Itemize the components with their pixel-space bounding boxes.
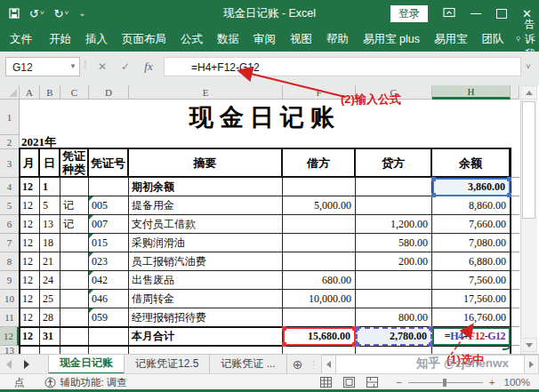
cell-A11[interactable]: 12 xyxy=(20,308,40,327)
cell-E8[interactable]: 员工报销汽油费 xyxy=(129,252,283,271)
cell-D13[interactable] xyxy=(89,346,129,354)
cell-A5[interactable]: 12 xyxy=(20,196,40,215)
row-header-6[interactable]: 6 xyxy=(0,215,20,234)
hscroll-right-icon[interactable] xyxy=(524,355,539,374)
cell-B7[interactable]: 18 xyxy=(40,234,60,252)
cell-A4[interactable]: 12 xyxy=(20,178,40,196)
minimize-button[interactable]: — xyxy=(471,7,481,20)
row-header-2[interactable]: 2 xyxy=(0,135,20,149)
row-header-9[interactable]: 9 xyxy=(0,271,20,290)
cell-F12[interactable]: 15,680.00 xyxy=(283,327,356,346)
cell-D5[interactable]: 005 xyxy=(89,196,129,215)
cell-B13[interactable] xyxy=(40,346,60,354)
cell-C5[interactable]: 记 xyxy=(60,196,89,215)
cell-E6[interactable]: 支付员工借款 xyxy=(129,215,283,234)
accessibility-status[interactable]: 辅助功能: 调查 xyxy=(44,376,127,389)
insert-function-icon[interactable]: fx xyxy=(139,57,158,76)
cancel-icon[interactable]: ✕ xyxy=(93,57,112,76)
cell-E12[interactable]: 本月合计 xyxy=(129,327,283,346)
column-header-E[interactable]: E xyxy=(129,85,283,100)
row-header-5[interactable]: 5 xyxy=(0,196,20,215)
cell-E9[interactable]: 出售废品 xyxy=(129,271,283,290)
column-header-C[interactable]: C xyxy=(60,85,89,100)
page-layout-view-icon[interactable] xyxy=(337,374,360,390)
sheet-nav-prev-icon[interactable] xyxy=(0,355,18,374)
zoom-slider[interactable] xyxy=(408,378,483,388)
cell-G13[interactable] xyxy=(356,346,432,354)
cell-G8[interactable]: 200.00 xyxy=(356,252,432,271)
cell-H11[interactable]: 16,760.00 xyxy=(432,308,511,327)
ribbon-tab-11[interactable]: 易用宝 xyxy=(427,27,475,52)
cell-D4[interactable] xyxy=(89,178,129,196)
page-break-view-icon[interactable] xyxy=(360,374,383,390)
cell-D8[interactable]: 023 xyxy=(89,252,129,271)
customize-quick-access-icon[interactable]: ⌄ xyxy=(78,9,85,18)
cell-H6[interactable]: 7,660.00 xyxy=(432,215,511,234)
cell-A10[interactable]: 12 xyxy=(20,290,40,308)
name-box-dropdown-icon[interactable]: ▼ xyxy=(66,57,80,76)
cell-C6[interactable]: 记 xyxy=(60,215,89,234)
cell-D12[interactable] xyxy=(89,327,129,346)
cell-F9[interactable]: 680.00 xyxy=(283,271,356,290)
sheet-tab-1[interactable]: 现金日记账 xyxy=(48,355,125,374)
cell-D9[interactable]: 042 xyxy=(89,271,129,290)
cell-A13[interactable] xyxy=(20,346,40,354)
cell-G4[interactable] xyxy=(356,178,432,196)
cell-A8[interactable]: 12 xyxy=(20,252,40,271)
cell-C11[interactable] xyxy=(60,308,89,327)
ribbon-tab-1[interactable]: 文件 xyxy=(0,27,42,52)
cell-C8[interactable] xyxy=(60,252,89,271)
cell-H7[interactable]: 7,080.00 xyxy=(432,234,511,252)
cell-A12[interactable]: 12 xyxy=(20,327,40,346)
ribbon-tab-3[interactable]: 插入 xyxy=(78,27,115,52)
hscroll-left-icon[interactable] xyxy=(321,355,336,374)
cell-B10[interactable]: 25 xyxy=(40,290,60,308)
cell-E7[interactable]: 采购润滑油 xyxy=(129,234,283,252)
cell-F5[interactable]: 5,000.00 xyxy=(283,196,356,215)
cell-H8[interactable]: 6,880.00 xyxy=(432,252,511,271)
select-all-corner[interactable] xyxy=(0,85,20,100)
cell-G11[interactable]: 800.00 xyxy=(356,308,432,327)
cell-G12[interactable]: 2,780.00 xyxy=(356,327,432,346)
cell-A9[interactable]: 12 xyxy=(20,271,40,290)
save-icon[interactable] xyxy=(9,8,20,19)
ribbon-tab-9[interactable]: 帮助 xyxy=(319,27,356,52)
enter-icon[interactable]: ✓ xyxy=(116,57,135,76)
column-header-A[interactable]: A xyxy=(20,85,40,100)
row-header-12[interactable]: 12 xyxy=(0,327,20,346)
cell-D11[interactable]: 059 xyxy=(89,308,129,327)
vscroll-up-icon[interactable] xyxy=(520,85,537,100)
row-header-4[interactable]: 4 xyxy=(0,178,20,196)
cell-H12[interactable]: =H4+F12-G12 xyxy=(432,327,511,346)
sheet-tab-2[interactable]: 记账凭证12.5 xyxy=(125,355,210,374)
cell-E11[interactable]: 经理报销招待费 xyxy=(129,308,283,327)
sheet-tab-3[interactable]: 记账凭证 ... xyxy=(210,355,286,374)
login-button[interactable]: 登录 xyxy=(390,5,428,22)
cell-F4[interactable] xyxy=(283,178,356,196)
cell-D6[interactable]: 007 xyxy=(89,215,129,234)
row-header-10[interactable]: 10 xyxy=(0,290,20,308)
formula-input[interactable]: =H4+F12-G12 xyxy=(164,57,521,76)
row-header-11[interactable]: 11 xyxy=(0,308,20,327)
cell-C7[interactable] xyxy=(60,234,89,252)
cell-D10[interactable]: 046 xyxy=(89,290,129,308)
cell-G7[interactable]: 580.00 xyxy=(356,234,432,252)
cell-B5[interactable]: 5 xyxy=(40,196,60,215)
ribbon-tab-7[interactable]: 审阅 xyxy=(246,27,283,52)
cell-B9[interactable]: 24 xyxy=(40,271,60,290)
vscroll-down-icon[interactable] xyxy=(520,338,537,352)
row-header-13[interactable]: 13 xyxy=(0,346,20,354)
cell-B11[interactable]: 28 xyxy=(40,308,60,327)
cell-F8[interactable] xyxy=(283,252,356,271)
ribbon-tab-4[interactable]: 页面布局 xyxy=(115,27,173,52)
cell-E5[interactable]: 提备用金 xyxy=(129,196,283,215)
row-header-3[interactable]: 3 xyxy=(0,149,20,178)
formula-bar-expand-icon[interactable]: ˅ xyxy=(521,57,535,76)
cell-F7[interactable] xyxy=(283,234,356,252)
cell-H4[interactable]: 3,860.00 xyxy=(432,178,511,196)
cell-G5[interactable] xyxy=(356,196,432,215)
cell-C12[interactable] xyxy=(60,327,89,346)
cell-E10[interactable]: 借周转金 xyxy=(129,290,283,308)
cell-G10[interactable] xyxy=(356,290,432,308)
ribbon-tab-10[interactable]: 易用宝 plus xyxy=(356,27,427,52)
